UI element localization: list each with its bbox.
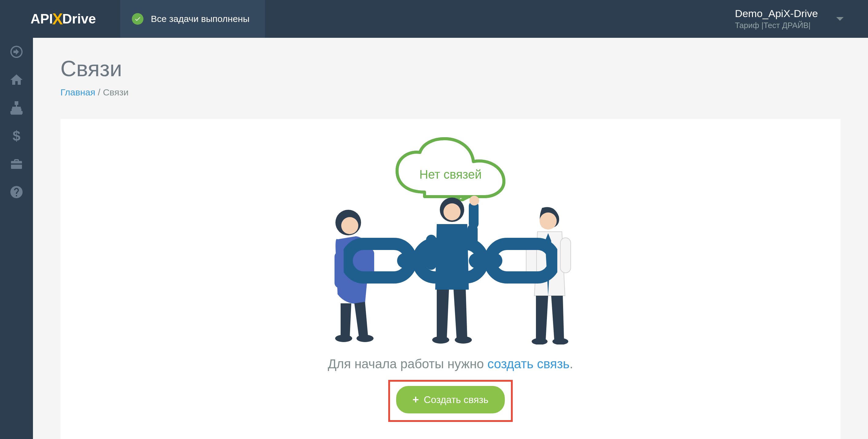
help-icon (9, 185, 24, 199)
instruction-text: Для начала работы нужно создать связь. (328, 357, 573, 371)
sidebar-home[interactable] (8, 71, 25, 89)
svg-point-13 (469, 196, 479, 205)
empty-state-card: Нет связей (60, 119, 840, 439)
page-title: Связи (60, 56, 840, 81)
top-header: API X Drive Все задачи выполнены Demo_Ap… (0, 0, 868, 38)
plus-icon: + (413, 393, 419, 406)
svg-rect-27 (469, 253, 502, 268)
svg-point-11 (443, 203, 461, 221)
create-connection-button[interactable]: + Создать связь (396, 386, 505, 413)
check-circle-icon (132, 13, 144, 25)
briefcase-icon (9, 157, 24, 171)
user-menu[interactable]: Demo_ApiX-Drive Тариф |Тест ДРАЙВ| (735, 8, 818, 30)
svg-point-17 (455, 336, 472, 344)
status-badge: Все задачи выполнены (120, 0, 265, 38)
instruction-suffix: . (569, 357, 573, 371)
home-icon (9, 73, 24, 87)
svg-rect-26 (397, 253, 431, 268)
header-left: API X Drive Все задачи выполнены (0, 0, 265, 38)
svg-point-16 (432, 336, 449, 344)
chevron-down-icon[interactable] (836, 17, 844, 21)
main-content: Связи Главная / Связи Нет связей (33, 38, 868, 439)
instruction-prefix: Для начала работы нужно (328, 357, 488, 371)
svg-point-9 (356, 335, 374, 342)
header-right: Demo_ApiX-Drive Тариф |Тест ДРАЙВ| (735, 8, 868, 30)
svg-rect-2 (14, 111, 18, 114)
instruction-link[interactable]: создать связь (488, 357, 569, 371)
user-name: Demo_ApiX-Drive (735, 8, 818, 20)
sidebar-sitemap[interactable] (8, 99, 25, 116)
svg-point-22 (552, 338, 568, 344)
logo-drive: Drive (62, 11, 96, 27)
svg-rect-3 (19, 111, 23, 114)
breadcrumb-current: Связи (103, 87, 128, 97)
sitemap-icon (9, 101, 24, 115)
svg-point-18 (539, 212, 557, 230)
svg-rect-1 (10, 111, 14, 114)
status-text: Все задачи выполнены (151, 14, 249, 24)
user-tariff: Тариф |Тест ДРАЙВ| (735, 21, 818, 30)
svg-rect-20 (560, 238, 571, 273)
svg-point-21 (532, 338, 548, 344)
sidebar-billing[interactable]: $ (8, 128, 25, 144)
sidebar-arrow[interactable] (8, 43, 25, 60)
sidebar: $ (0, 38, 33, 439)
dollar-icon: $ (12, 128, 21, 144)
svg-point-8 (335, 335, 352, 342)
svg-point-5 (341, 217, 358, 234)
body-wrap: $ Связи Главная / Связи Нет связей (0, 38, 868, 439)
arrow-circle-icon (9, 44, 24, 59)
logo-api: API (31, 11, 53, 27)
breadcrumb-sep: / (98, 87, 103, 97)
empty-illustration: Нет связей (313, 137, 588, 344)
sidebar-help[interactable] (8, 183, 25, 201)
chain-icon (344, 235, 557, 286)
breadcrumb-home[interactable]: Главная (60, 87, 95, 97)
cloud-text: Нет связей (420, 168, 482, 181)
logo-x: X (52, 10, 63, 28)
sidebar-briefcase[interactable] (8, 156, 25, 173)
logo[interactable]: API X Drive (0, 10, 120, 28)
create-button-label: Создать связь (424, 394, 489, 405)
create-button-highlight: + Создать связь (388, 380, 513, 422)
breadcrumb: Главная / Связи (60, 87, 840, 98)
svg-rect-0 (14, 102, 18, 105)
